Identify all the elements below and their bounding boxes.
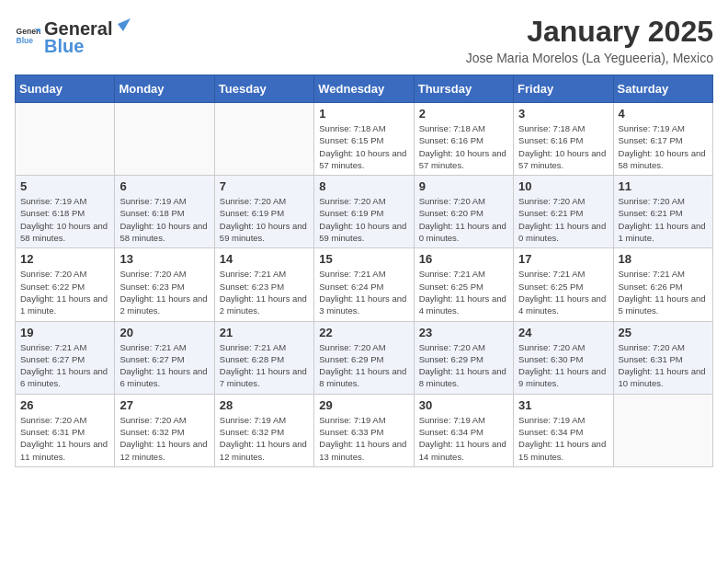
calendar-cell: 25Sunrise: 7:20 AM Sunset: 6:31 PM Dayli… bbox=[613, 321, 712, 394]
calendar-cell: 24Sunrise: 7:20 AM Sunset: 6:30 PM Dayli… bbox=[514, 321, 613, 394]
day-number: 12 bbox=[20, 252, 109, 266]
calendar-cell: 21Sunrise: 7:21 AM Sunset: 6:28 PM Dayli… bbox=[214, 321, 313, 394]
calendar-cell: 28Sunrise: 7:19 AM Sunset: 6:32 PM Dayli… bbox=[214, 394, 313, 466]
weekday-header-row: SundayMondayTuesdayWednesdayThursdayFrid… bbox=[16, 75, 713, 103]
day-info: Sunrise: 7:20 AM Sunset: 6:30 PM Dayligh… bbox=[518, 341, 608, 390]
day-number: 26 bbox=[20, 398, 109, 412]
day-info: Sunrise: 7:19 AM Sunset: 6:34 PM Dayligh… bbox=[518, 414, 608, 463]
day-info: Sunrise: 7:21 AM Sunset: 6:25 PM Dayligh… bbox=[419, 268, 508, 316]
day-info: Sunrise: 7:20 AM Sunset: 6:31 PM Dayligh… bbox=[20, 414, 109, 463]
day-info: Sunrise: 7:21 AM Sunset: 6:24 PM Dayligh… bbox=[319, 268, 408, 316]
day-info: Sunrise: 7:19 AM Sunset: 6:18 PM Dayligh… bbox=[20, 195, 109, 244]
day-number: 6 bbox=[119, 179, 209, 193]
day-number: 18 bbox=[619, 252, 708, 266]
day-info: Sunrise: 7:21 AM Sunset: 6:27 PM Dayligh… bbox=[119, 341, 209, 390]
day-info: Sunrise: 7:20 AM Sunset: 6:32 PM Dayligh… bbox=[119, 414, 209, 463]
day-number: 25 bbox=[619, 326, 708, 339]
weekday-header-saturday: Saturday bbox=[613, 75, 712, 103]
svg-marker-4 bbox=[118, 18, 131, 31]
calendar-cell: 13Sunrise: 7:20 AM Sunset: 6:23 PM Dayli… bbox=[115, 248, 214, 321]
day-number: 15 bbox=[319, 252, 408, 266]
day-number: 13 bbox=[119, 252, 209, 266]
day-number: 31 bbox=[518, 398, 608, 412]
day-number: 23 bbox=[419, 326, 508, 339]
week-row: 26Sunrise: 7:20 AM Sunset: 6:31 PM Dayli… bbox=[16, 394, 713, 466]
calendar-title: January 2025 bbox=[466, 15, 713, 49]
calendar-cell bbox=[16, 103, 115, 176]
day-number: 29 bbox=[319, 398, 408, 412]
logo: General Blue General Blue bbox=[15, 15, 131, 57]
day-info: Sunrise: 7:20 AM Sunset: 6:23 PM Dayligh… bbox=[119, 268, 209, 316]
calendar-cell: 31Sunrise: 7:19 AM Sunset: 6:34 PM Dayli… bbox=[514, 394, 613, 466]
calendar-cell: 14Sunrise: 7:21 AM Sunset: 6:23 PM Dayli… bbox=[214, 248, 313, 321]
calendar-cell: 10Sunrise: 7:20 AM Sunset: 6:21 PM Dayli… bbox=[514, 176, 613, 248]
day-number: 27 bbox=[119, 398, 209, 412]
day-number: 14 bbox=[220, 252, 309, 266]
day-info: Sunrise: 7:19 AM Sunset: 6:17 PM Dayligh… bbox=[619, 122, 708, 171]
day-info: Sunrise: 7:20 AM Sunset: 6:29 PM Dayligh… bbox=[319, 341, 408, 390]
day-info: Sunrise: 7:20 AM Sunset: 6:22 PM Dayligh… bbox=[20, 268, 109, 316]
calendar-cell: 18Sunrise: 7:21 AM Sunset: 6:26 PM Dayli… bbox=[613, 248, 712, 321]
day-info: Sunrise: 7:18 AM Sunset: 6:16 PM Dayligh… bbox=[518, 122, 608, 171]
day-info: Sunrise: 7:20 AM Sunset: 6:19 PM Dayligh… bbox=[319, 195, 408, 244]
calendar-cell bbox=[214, 103, 313, 176]
logo-bird-icon bbox=[114, 15, 131, 35]
day-info: Sunrise: 7:19 AM Sunset: 6:18 PM Dayligh… bbox=[119, 195, 209, 244]
week-row: 19Sunrise: 7:21 AM Sunset: 6:27 PM Dayli… bbox=[16, 321, 713, 394]
weekday-header-sunday: Sunday bbox=[16, 75, 115, 103]
logo-icon: General Blue bbox=[15, 23, 40, 49]
day-info: Sunrise: 7:20 AM Sunset: 6:21 PM Dayligh… bbox=[518, 195, 608, 244]
title-area: January 2025 Jose Maria Morelos (La Yegu… bbox=[466, 15, 713, 65]
day-number: 24 bbox=[518, 326, 608, 339]
calendar-cell: 3Sunrise: 7:18 AM Sunset: 6:16 PM Daylig… bbox=[514, 103, 613, 176]
day-number: 1 bbox=[319, 107, 408, 121]
calendar-subtitle: Jose Maria Morelos (La Yegueeria), Mexic… bbox=[466, 51, 713, 65]
day-info: Sunrise: 7:18 AM Sunset: 6:15 PM Dayligh… bbox=[319, 122, 408, 171]
day-number: 7 bbox=[220, 179, 309, 193]
day-info: Sunrise: 7:20 AM Sunset: 6:21 PM Dayligh… bbox=[619, 195, 708, 244]
day-info: Sunrise: 7:20 AM Sunset: 6:31 PM Dayligh… bbox=[619, 341, 708, 390]
day-info: Sunrise: 7:19 AM Sunset: 6:33 PM Dayligh… bbox=[319, 414, 408, 463]
day-info: Sunrise: 7:21 AM Sunset: 6:25 PM Dayligh… bbox=[518, 268, 608, 316]
calendar-cell: 19Sunrise: 7:21 AM Sunset: 6:27 PM Dayli… bbox=[16, 321, 115, 394]
calendar-cell bbox=[613, 394, 712, 466]
calendar-cell: 7Sunrise: 7:20 AM Sunset: 6:19 PM Daylig… bbox=[214, 176, 313, 248]
calendar-cell: 5Sunrise: 7:19 AM Sunset: 6:18 PM Daylig… bbox=[16, 176, 115, 248]
day-info: Sunrise: 7:19 AM Sunset: 6:32 PM Dayligh… bbox=[220, 414, 309, 463]
week-row: 12Sunrise: 7:20 AM Sunset: 6:22 PM Dayli… bbox=[16, 248, 713, 321]
weekday-header-wednesday: Wednesday bbox=[314, 75, 414, 103]
calendar-cell: 2Sunrise: 7:18 AM Sunset: 6:16 PM Daylig… bbox=[414, 103, 513, 176]
week-row: 5Sunrise: 7:19 AM Sunset: 6:18 PM Daylig… bbox=[16, 176, 713, 248]
calendar-cell: 20Sunrise: 7:21 AM Sunset: 6:27 PM Dayli… bbox=[115, 321, 214, 394]
calendar-table: SundayMondayTuesdayWednesdayThursdayFrid… bbox=[15, 75, 713, 467]
day-info: Sunrise: 7:21 AM Sunset: 6:26 PM Dayligh… bbox=[619, 268, 708, 316]
day-number: 16 bbox=[419, 252, 508, 266]
day-number: 17 bbox=[518, 252, 608, 266]
calendar-cell: 11Sunrise: 7:20 AM Sunset: 6:21 PM Dayli… bbox=[613, 176, 712, 248]
weekday-header-tuesday: Tuesday bbox=[214, 75, 313, 103]
day-number: 20 bbox=[119, 326, 209, 339]
header: General Blue General Blue January 2025 J… bbox=[15, 15, 713, 65]
weekday-header-thursday: Thursday bbox=[414, 75, 513, 103]
calendar-cell: 27Sunrise: 7:20 AM Sunset: 6:32 PM Dayli… bbox=[115, 394, 214, 466]
day-number: 19 bbox=[20, 326, 109, 339]
day-info: Sunrise: 7:20 AM Sunset: 6:20 PM Dayligh… bbox=[419, 195, 508, 244]
calendar-cell: 23Sunrise: 7:20 AM Sunset: 6:29 PM Dayli… bbox=[414, 321, 513, 394]
calendar-cell: 9Sunrise: 7:20 AM Sunset: 6:20 PM Daylig… bbox=[414, 176, 513, 248]
calendar-cell: 15Sunrise: 7:21 AM Sunset: 6:24 PM Dayli… bbox=[314, 248, 414, 321]
weekday-header-friday: Friday bbox=[514, 75, 613, 103]
svg-text:General: General bbox=[17, 27, 40, 36]
day-info: Sunrise: 7:21 AM Sunset: 6:28 PM Dayligh… bbox=[220, 341, 309, 390]
logo-wordmark: General Blue bbox=[44, 15, 131, 57]
day-info: Sunrise: 7:20 AM Sunset: 6:29 PM Dayligh… bbox=[419, 341, 508, 390]
day-number: 9 bbox=[419, 179, 508, 193]
calendar-cell: 6Sunrise: 7:19 AM Sunset: 6:18 PM Daylig… bbox=[115, 176, 214, 248]
day-number: 10 bbox=[518, 179, 608, 193]
day-info: Sunrise: 7:19 AM Sunset: 6:34 PM Dayligh… bbox=[419, 414, 508, 463]
day-number: 21 bbox=[220, 326, 309, 339]
day-info: Sunrise: 7:21 AM Sunset: 6:27 PM Dayligh… bbox=[20, 341, 109, 390]
day-number: 2 bbox=[419, 107, 508, 121]
calendar-cell: 1Sunrise: 7:18 AM Sunset: 6:15 PM Daylig… bbox=[314, 103, 414, 176]
day-number: 4 bbox=[619, 107, 708, 121]
calendar-cell: 16Sunrise: 7:21 AM Sunset: 6:25 PM Dayli… bbox=[414, 248, 513, 321]
